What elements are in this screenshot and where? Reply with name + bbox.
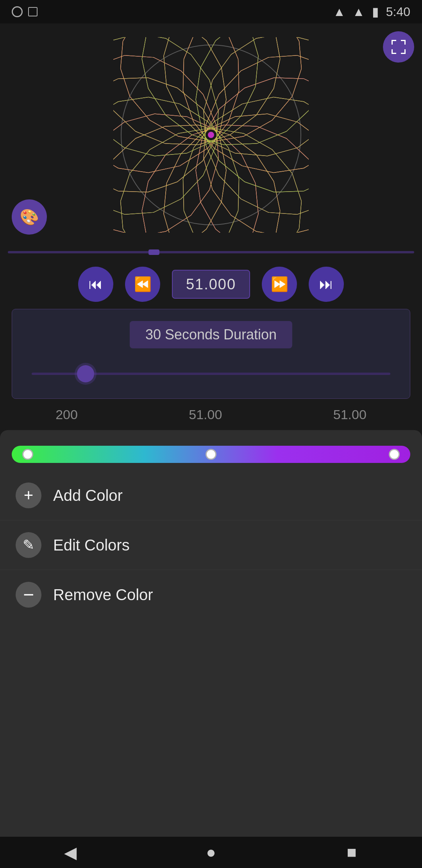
svg-line-966	[113, 154, 118, 168]
svg-line-523	[184, 211, 196, 233]
battery-icon: ▮	[372, 4, 379, 19]
svg-line-851	[113, 102, 118, 116]
svg-line-1244	[155, 114, 187, 117]
svg-line-1466	[113, 37, 138, 40]
svg-line-116	[284, 230, 309, 233]
svg-line-1402	[256, 37, 284, 38]
svg-line-1500	[196, 68, 200, 100]
signal-icon: ▲	[352, 5, 365, 19]
edit-colors-icon: ✎	[16, 532, 41, 558]
svg-line-544	[227, 211, 238, 233]
svg-line-1268	[148, 166, 180, 172]
svg-line-789	[164, 37, 172, 56]
svg-line-856	[113, 205, 125, 214]
gradient-stop-3[interactable]	[389, 449, 400, 460]
svg-line-1308	[241, 57, 268, 71]
svg-line-1429	[299, 201, 302, 229]
gradient-stop-1[interactable]	[22, 449, 33, 460]
rewind-button[interactable]: ⏪	[125, 267, 160, 302]
remove-color-item[interactable]: − Remove Color	[0, 570, 422, 619]
svg-line-994	[184, 37, 196, 59]
skip-back-icon: ⏮	[89, 276, 103, 292]
time-display-status: 5:40	[386, 5, 410, 19]
svg-line-1465	[138, 37, 166, 38]
svg-line-406	[297, 56, 309, 65]
svg-line-796	[298, 130, 309, 148]
svg-line-701	[304, 154, 309, 168]
svg-line-1457	[125, 212, 154, 214]
add-color-item[interactable]: + Add Color	[0, 471, 422, 520]
svg-line-266	[113, 37, 138, 40]
svg-line-1231	[148, 155, 166, 181]
edit-colors-item[interactable]: ✎ Edit Colors	[0, 520, 422, 570]
add-color-icon: +	[16, 482, 41, 508]
svg-line-1376	[113, 111, 136, 131]
svg-line-1101	[284, 37, 309, 40]
svg-line-1259	[154, 57, 181, 71]
svg-line-1418	[242, 97, 274, 104]
svg-line-1232	[142, 181, 148, 211]
svg-line-1096	[298, 130, 309, 148]
svg-line-823	[184, 211, 196, 233]
svg-line-94	[184, 37, 196, 59]
svg-line-1356	[113, 79, 118, 90]
svg-line-939	[250, 214, 258, 233]
svg-line-1464	[166, 38, 191, 54]
svg-line-121	[298, 122, 309, 140]
svg-line-361	[113, 56, 125, 65]
svg-line-1423	[184, 211, 196, 233]
svg-line-339	[250, 214, 258, 233]
time-counter[interactable]: 51.000	[172, 270, 250, 299]
svg-line-1334	[275, 211, 280, 233]
svg-line-1089	[164, 37, 172, 56]
svg-line-1485	[142, 59, 148, 89]
duration-slider[interactable]	[32, 373, 390, 375]
gradient-stop-2[interactable]	[206, 449, 216, 460]
svg-line-1253	[166, 215, 191, 231]
svg-line-1364	[177, 161, 203, 181]
duration-slider-thumb[interactable]	[77, 365, 94, 382]
svg-line-1506	[304, 179, 309, 191]
seek-bar[interactable]	[0, 246, 422, 258]
svg-line-661	[113, 56, 125, 65]
svg-line-1362	[118, 191, 148, 192]
svg-line-128	[164, 214, 172, 233]
svg-line-1212	[274, 78, 304, 79]
skip-forward-button[interactable]: ⏭	[309, 267, 344, 302]
seek-thumb[interactable]	[148, 249, 159, 255]
svg-line-811	[297, 205, 309, 214]
gradient-bar[interactable]	[12, 446, 410, 463]
svg-line-1378	[165, 143, 198, 145]
svg-line-1438	[121, 201, 123, 229]
svg-line-816	[304, 102, 309, 116]
svg-line-1490	[257, 131, 287, 143]
visualization-area: 🎨	[0, 23, 422, 246]
fast-forward-button[interactable]: ⏩	[262, 267, 297, 302]
svg-line-1240	[256, 183, 259, 214]
svg-line-1435	[150, 133, 178, 149]
home-nav-button[interactable]: ●	[199, 841, 223, 864]
svg-line-1340	[136, 126, 165, 138]
svg-line-571	[113, 130, 124, 148]
recent-nav-button[interactable]: ■	[340, 841, 363, 864]
rewind-icon: ⏪	[134, 276, 152, 292]
svg-line-1489	[224, 143, 257, 145]
svg-line-1213	[245, 78, 274, 88]
svg-line-1361	[113, 179, 118, 191]
svg-line-1354	[148, 78, 177, 88]
duration-label: 30 Seconds Duration	[130, 321, 292, 348]
svg-line-1439	[123, 229, 136, 233]
svg-line-1266	[113, 154, 118, 168]
svg-line-1353	[177, 88, 203, 109]
svg-line-673	[227, 37, 238, 59]
svg-line-1501	[196, 100, 202, 132]
recent-nav-icon: ■	[347, 843, 356, 862]
back-nav-button[interactable]: ◀	[59, 841, 82, 864]
fullscreen-button[interactable]	[383, 31, 414, 63]
navigation-bar: ◀ ● ■	[0, 837, 422, 868]
svg-line-366	[113, 154, 118, 168]
svg-line-496	[298, 130, 309, 148]
palette-button[interactable]: 🎨	[12, 199, 47, 235]
svg-line-1226	[286, 138, 309, 159]
skip-back-button[interactable]: ⏮	[78, 267, 113, 302]
